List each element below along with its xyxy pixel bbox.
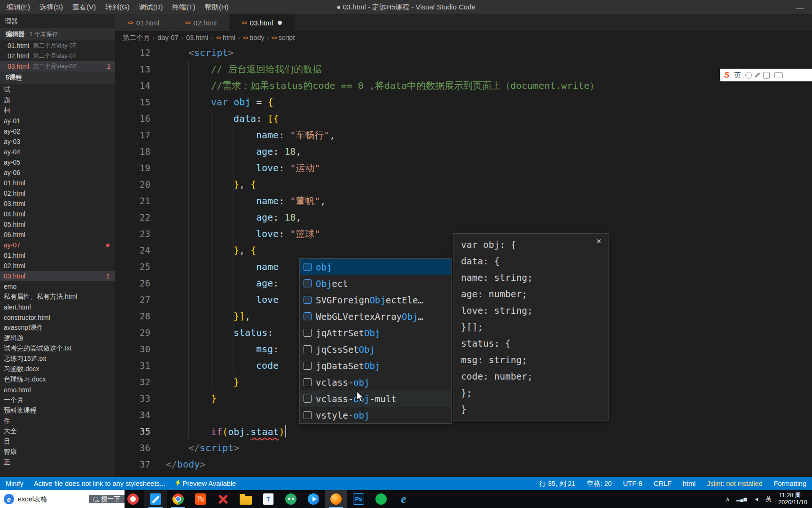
taskbar-clock[interactable]: 11:28 周一 2020/11/10 xyxy=(778,492,807,506)
menu-item[interactable]: 转到(G) xyxy=(101,0,134,14)
suggestion-item[interactable]: jqAttrSetObj xyxy=(300,325,451,341)
file-item[interactable]: 02.html xyxy=(0,188,115,198)
volume-icon[interactable]: ◄ xyxy=(754,496,759,502)
file-item[interactable]: 件 xyxy=(0,416,115,426)
pen-icon[interactable] xyxy=(755,72,760,78)
keyboard-icon[interactable] xyxy=(774,72,783,78)
open-editor-item[interactable]: 01.html第二个月\day-07 xyxy=(0,40,115,51)
wechat-icon[interactable] xyxy=(280,490,302,508)
breadcrumb-item[interactable]: <>script xyxy=(271,34,296,41)
file-item[interactable]: 01.html xyxy=(0,178,115,188)
file-item[interactable]: 02.html xyxy=(0,261,115,271)
status-item[interactable]: UTF-8 xyxy=(623,480,642,487)
file-item[interactable]: 试 xyxy=(0,85,115,95)
ie-icon[interactable]: e xyxy=(392,490,415,508)
breadcrumb-item[interactable]: day-07 xyxy=(156,34,179,41)
file-item[interactable]: 习函数.docx xyxy=(0,364,115,374)
green-app-icon[interactable] xyxy=(370,490,392,508)
menu-item[interactable]: 选择(S) xyxy=(35,0,68,14)
menu-item[interactable]: 调试(D) xyxy=(134,0,168,14)
file-item[interactable]: 私有属性、私有方法.html xyxy=(0,292,115,302)
file-item[interactable]: 06.html xyxy=(0,230,115,240)
file-item[interactable]: 03.html xyxy=(0,198,115,209)
doc-app-icon[interactable]: T xyxy=(257,490,280,508)
status-item[interactable]: Formatting xyxy=(774,480,806,487)
file-item[interactable]: 试考完的尝试做这个.txt xyxy=(0,343,115,354)
close-icon[interactable]: × xyxy=(596,237,601,246)
suggestion-item[interactable]: Object xyxy=(300,275,451,292)
minimize-button[interactable]: — xyxy=(796,3,804,11)
suggestion-item[interactable]: jqCssSetObj xyxy=(300,341,451,357)
status-item[interactable]: Minify xyxy=(6,480,23,487)
breadcrumb-item[interactable]: <>body xyxy=(242,34,265,41)
file-item[interactable]: 05.html xyxy=(0,219,115,230)
file-item[interactable]: 04.html xyxy=(0,209,115,219)
mic-icon[interactable] xyxy=(763,72,770,79)
chrome-icon[interactable] xyxy=(167,490,189,508)
file-item[interactable]: emo.html xyxy=(0,385,115,395)
file-item[interactable]: 柯 xyxy=(0,105,115,116)
suggestion-item[interactable]: vclass-obj-mult xyxy=(300,390,451,407)
file-item[interactable]: avascript课件 xyxy=(0,323,115,333)
code-line[interactable]: 21name: "董帆", xyxy=(115,192,812,209)
open-editor-item[interactable]: 02.html第二个月\day-07 xyxy=(0,51,115,61)
open-editors-header[interactable]: 编辑器 1 个未保存 xyxy=(0,28,115,40)
photoshop-icon[interactable]: Ps xyxy=(347,490,370,508)
tab-03.html[interactable]: <>03.html xyxy=(230,14,294,31)
file-item[interactable]: 大全 xyxy=(0,426,115,437)
vscode-icon[interactable] xyxy=(144,490,167,508)
code-line[interactable]: 15var obj = { xyxy=(115,94,812,110)
file-item[interactable]: 忑练习15道.txt xyxy=(0,354,115,364)
suggestion-item[interactable]: WebGLVertexArrayObj… xyxy=(300,308,451,325)
status-item[interactable]: Preview Available xyxy=(176,479,236,488)
file-item[interactable]: constructor.html xyxy=(0,312,115,323)
emoji-icon[interactable] xyxy=(745,72,752,79)
suggestion-item[interactable]: jqDataSetObj xyxy=(300,357,451,374)
suggestion-item[interactable]: SVGForeignObjectEle… xyxy=(300,292,451,308)
tab-02.html[interactable]: <>02.html xyxy=(172,14,230,31)
menu-item[interactable]: 帮助(H) xyxy=(200,0,234,14)
file-item[interactable]: 一个月 xyxy=(0,395,115,405)
breadcrumb-item[interactable]: <>html xyxy=(215,34,236,41)
code-line[interactable]: 35if(obj.staat) xyxy=(115,423,812,439)
file-item[interactable]: 智康 xyxy=(0,447,115,457)
menu-item[interactable]: 编辑(E) xyxy=(2,0,35,14)
sogou-ime-toolbar[interactable]: S 英 xyxy=(720,69,812,81)
file-item[interactable]: ay-05 xyxy=(0,157,115,167)
file-item[interactable]: emo xyxy=(0,281,115,292)
ime-mode-label[interactable]: 英 xyxy=(734,71,741,79)
breadcrumb-item[interactable]: 03.html xyxy=(185,34,210,41)
status-item[interactable]: 空格: 20 xyxy=(587,479,612,488)
status-item[interactable]: 行 35, 列 21 xyxy=(539,479,575,488)
taobao-icon[interactable]: 淘 xyxy=(189,490,212,508)
file-item[interactable]: ay-02 xyxy=(0,126,115,136)
sogou-logo-icon[interactable]: S xyxy=(724,71,729,80)
tab-01.html[interactable]: <>01.html xyxy=(115,14,172,31)
status-item[interactable]: html xyxy=(683,480,695,487)
file-item[interactable]: 预科班课程 xyxy=(0,405,115,416)
file-item[interactable]: alert.html xyxy=(0,302,115,312)
recorder-icon[interactable] xyxy=(122,490,144,508)
file-item[interactable]: ay-07 xyxy=(0,240,115,250)
file-explorer-icon[interactable] xyxy=(234,490,257,508)
file-item[interactable]: ay-03 xyxy=(0,136,115,147)
file-item[interactable]: ay-01 xyxy=(0,116,115,126)
code-line[interactable]: 38 xyxy=(115,472,812,477)
code-line[interactable]: 13// 后台返回给我们的数据 xyxy=(115,61,812,77)
status-item[interactable]: Active file does not link to any stylesh… xyxy=(34,480,165,487)
file-item[interactable]: ay-04 xyxy=(0,147,115,157)
file-item[interactable]: 题 xyxy=(0,95,115,105)
file-item[interactable]: 01.html xyxy=(0,250,115,261)
ime-indicator[interactable]: 英 xyxy=(765,495,772,503)
breadcrumb-item[interactable]: 第二个月 xyxy=(122,33,151,42)
suggestion-item[interactable]: vclass-obj xyxy=(300,374,451,390)
file-item[interactable]: 色球练习.docx xyxy=(0,374,115,385)
file-item[interactable]: 逻辑题 xyxy=(0,333,115,343)
workspace-section-header[interactable]: 5课程 xyxy=(0,71,115,84)
suggestion-item[interactable]: vstyle-obj xyxy=(300,407,451,423)
status-item[interactable]: CRLF xyxy=(654,480,671,487)
search-button[interactable]: 搜一下 xyxy=(89,495,125,503)
code-line[interactable]: 18age: 18, xyxy=(115,143,812,159)
code-line[interactable]: 22age: 18, xyxy=(115,209,812,225)
open-editor-item[interactable]: 03.html第二个月\day-072 xyxy=(0,61,115,71)
